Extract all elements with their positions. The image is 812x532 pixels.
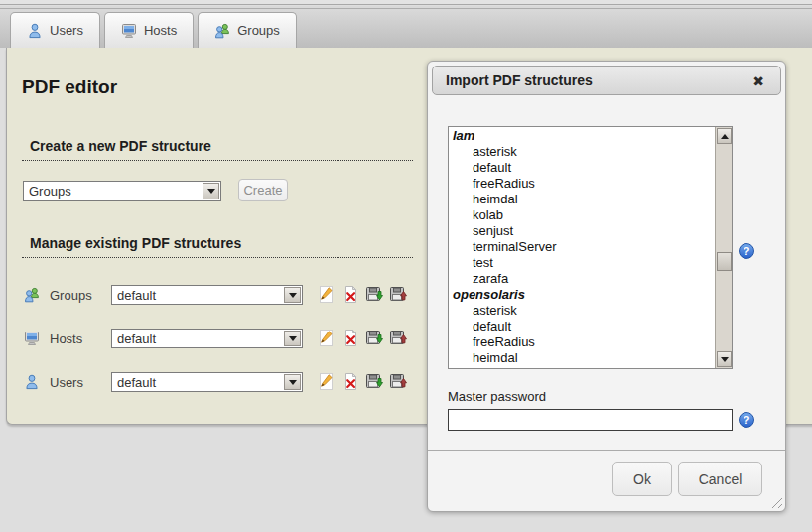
chevron-down-icon bbox=[284, 287, 301, 303]
pencil-icon[interactable] bbox=[318, 330, 336, 347]
export-icon[interactable] bbox=[366, 286, 384, 304]
ok-button[interactable]: Ok bbox=[612, 462, 672, 496]
list-item[interactable]: kolab bbox=[449, 207, 715, 223]
new-structure-type-value: Groups bbox=[24, 182, 202, 200]
help-icon[interactable] bbox=[739, 412, 754, 428]
create-section-heading: Create a new PDF structure bbox=[22, 138, 413, 161]
dialog-titlebar[interactable]: Import PDF structures ✖ bbox=[432, 66, 781, 95]
page-title: PDF editor bbox=[22, 76, 117, 98]
manage-row-groups: Groups default bbox=[0, 285, 427, 307]
chevron-down-icon bbox=[203, 183, 219, 200]
list-group-header[interactable]: lam bbox=[449, 128, 715, 144]
resize-handle[interactable] bbox=[769, 495, 782, 508]
hosts-structure-select[interactable]: default bbox=[111, 329, 303, 348]
list-item[interactable]: heimdal bbox=[449, 350, 715, 366]
top-spacer bbox=[0, 0, 812, 5]
list-item[interactable]: default bbox=[449, 319, 715, 334]
user-icon bbox=[27, 23, 43, 39]
tab-users-label: Users bbox=[50, 23, 83, 38]
list-item[interactable]: heimdal bbox=[449, 192, 715, 207]
pdf-structures-listbox[interactable]: lamasteriskdefaultfreeRadiusheimdalkolab… bbox=[448, 126, 733, 369]
user-icon bbox=[24, 374, 40, 394]
create-button[interactable]: Create bbox=[238, 179, 288, 201]
tab-users[interactable]: Users bbox=[10, 12, 100, 48]
list-item[interactable]: test bbox=[449, 255, 715, 271]
list-item[interactable]: kolab bbox=[449, 366, 715, 369]
manage-row-users: Users default bbox=[0, 372, 427, 394]
close-icon[interactable]: ✖ bbox=[748, 71, 768, 91]
help-icon[interactable] bbox=[739, 243, 754, 259]
list-item[interactable]: freeRadius bbox=[449, 334, 715, 350]
listbox-scrollbar[interactable] bbox=[715, 127, 732, 368]
dialog-button-pane: Ok Cancel bbox=[428, 450, 785, 451]
pdf-editor-page: Users Hosts Groups PDF editor Create a n… bbox=[0, 0, 812, 532]
pdf-structures-list: lamasteriskdefaultfreeRadiusheimdalkolab… bbox=[449, 128, 715, 369]
dialog-title: Import PDF structures bbox=[433, 72, 593, 88]
scrollbar-thumb[interactable] bbox=[717, 252, 732, 271]
delete-icon[interactable] bbox=[342, 286, 360, 304]
tab-hosts[interactable]: Hosts bbox=[104, 12, 194, 48]
cancel-button[interactable]: Cancel bbox=[678, 462, 762, 496]
pencil-icon[interactable] bbox=[318, 286, 336, 304]
group-icon bbox=[24, 287, 40, 307]
delete-icon[interactable] bbox=[342, 330, 360, 347]
groups-structure-select[interactable]: default bbox=[111, 285, 303, 305]
chevron-down-icon bbox=[284, 331, 301, 346]
scroll-down-icon[interactable] bbox=[717, 351, 732, 367]
manage-section-heading: Manage existing PDF structures bbox=[22, 235, 413, 258]
pencil-icon[interactable] bbox=[318, 373, 336, 391]
list-item[interactable]: asterisk bbox=[449, 303, 715, 319]
delete-icon[interactable] bbox=[342, 373, 360, 391]
list-item[interactable]: zarafa bbox=[449, 271, 715, 287]
manage-row-label: Hosts bbox=[50, 332, 82, 346]
master-password-input[interactable] bbox=[448, 409, 733, 431]
list-item[interactable]: senjust bbox=[449, 223, 715, 239]
tab-groups[interactable]: Groups bbox=[198, 12, 297, 48]
list-item[interactable]: terminalServer bbox=[449, 239, 715, 255]
host-icon bbox=[121, 23, 137, 39]
import-icon[interactable] bbox=[390, 330, 408, 347]
users-structure-select[interactable]: default bbox=[111, 372, 303, 392]
list-item[interactable]: asterisk bbox=[449, 144, 715, 160]
master-password-label: Master password bbox=[448, 389, 546, 404]
manage-row-label: Users bbox=[50, 375, 83, 390]
import-icon[interactable] bbox=[390, 373, 408, 391]
manage-row-hosts: Hosts default bbox=[0, 329, 427, 350]
host-icon bbox=[24, 331, 40, 350]
list-group-header[interactable]: opensolaris bbox=[449, 287, 715, 303]
tab-hosts-label: Hosts bbox=[144, 23, 177, 38]
import-pdf-structures-dialog: Import PDF structures ✖ PDF structures l… bbox=[427, 61, 786, 512]
chevron-down-icon bbox=[284, 374, 301, 390]
account-type-tabstrip: Users Hosts Groups bbox=[0, 6, 812, 48]
export-icon[interactable] bbox=[366, 330, 384, 347]
list-item[interactable]: freeRadius bbox=[449, 176, 715, 192]
manage-row-label: Groups bbox=[50, 288, 92, 303]
new-structure-type-select[interactable]: Groups bbox=[23, 181, 221, 201]
list-item[interactable]: default bbox=[449, 160, 715, 176]
tab-groups-label: Groups bbox=[237, 23, 280, 38]
import-icon[interactable] bbox=[390, 286, 408, 304]
group-icon bbox=[214, 23, 230, 39]
export-icon[interactable] bbox=[366, 373, 384, 391]
scroll-up-icon[interactable] bbox=[717, 128, 732, 144]
